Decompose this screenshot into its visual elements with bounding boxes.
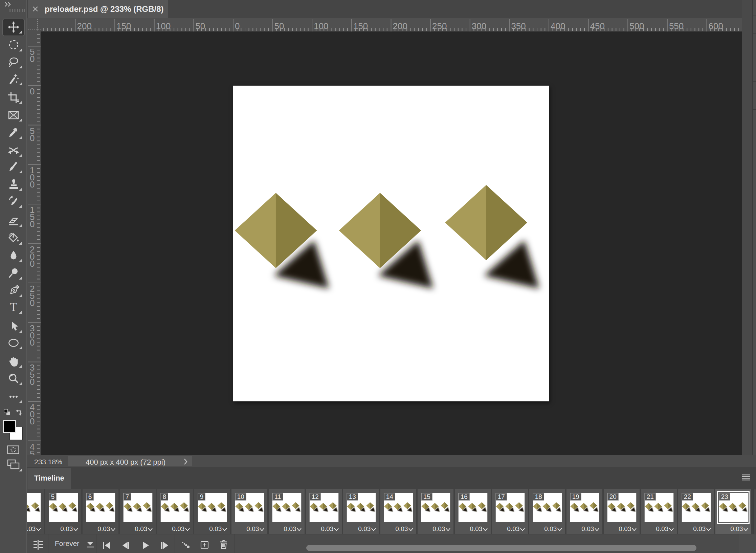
svg-text:0: 0 bbox=[30, 179, 35, 190]
svg-text:0: 0 bbox=[30, 298, 35, 308]
svg-text:0: 0 bbox=[30, 133, 35, 143]
svg-text:50: 50 bbox=[195, 21, 205, 31]
svg-text:0: 0 bbox=[30, 416, 35, 426]
svg-text:0: 0 bbox=[30, 219, 35, 229]
svg-text:0: 0 bbox=[30, 86, 35, 96]
svg-text:50: 50 bbox=[274, 21, 284, 31]
svg-text:0: 0 bbox=[30, 337, 35, 348]
svg-text:0: 0 bbox=[30, 377, 35, 387]
svg-text:0: 0 bbox=[30, 259, 35, 269]
svg-text:0: 0 bbox=[30, 54, 35, 64]
svg-text:5: 5 bbox=[30, 449, 35, 455]
svg-text:T: T bbox=[10, 301, 17, 313]
